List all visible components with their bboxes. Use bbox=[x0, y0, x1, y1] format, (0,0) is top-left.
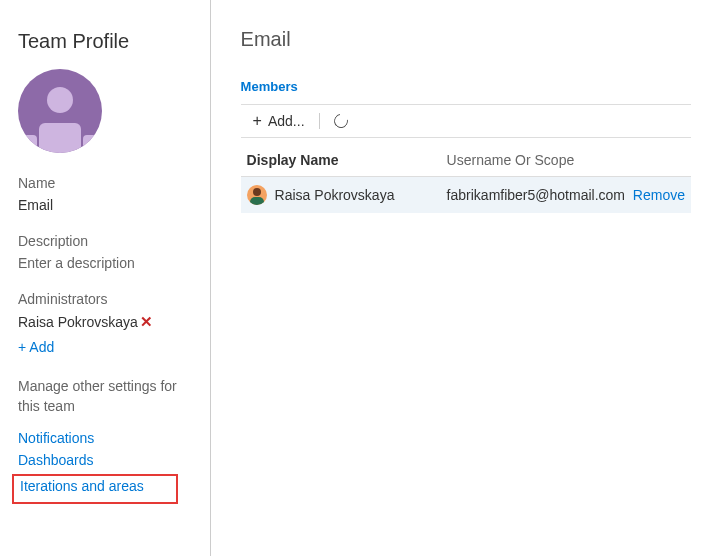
description-field[interactable]: Enter a description bbox=[18, 255, 192, 271]
table-header: Display Name Username Or Scope bbox=[241, 152, 691, 176]
add-member-button[interactable]: + Add... bbox=[249, 111, 309, 131]
table-row[interactable]: Raisa Pokrovskaya fabrikamfiber5@hotmail… bbox=[241, 176, 691, 213]
iterations-highlight: Iterations and areas bbox=[12, 474, 178, 504]
col-display-name[interactable]: Display Name bbox=[247, 152, 447, 168]
name-label: Name bbox=[18, 175, 192, 191]
main-panel: Email Members + Add... Display Name User… bbox=[211, 0, 701, 556]
refresh-button[interactable] bbox=[330, 112, 352, 130]
toolbar-separator bbox=[319, 113, 320, 129]
member-username: fabrikamfiber5@hotmail.com bbox=[447, 187, 625, 203]
members-tab[interactable]: Members bbox=[241, 79, 691, 94]
member-avatar-icon bbox=[247, 185, 267, 205]
refresh-icon bbox=[331, 111, 350, 130]
add-admin-link[interactable]: + Add bbox=[18, 339, 192, 355]
name-value[interactable]: Email bbox=[18, 197, 192, 213]
remove-member-link[interactable]: Remove bbox=[633, 187, 685, 203]
toolbar: + Add... bbox=[241, 104, 691, 138]
member-name: Raisa Pokrovskaya bbox=[275, 187, 447, 203]
admins-label: Administrators bbox=[18, 291, 192, 307]
admin-row: Raisa Pokrovskaya ✕ bbox=[18, 313, 192, 331]
admin-name: Raisa Pokrovskaya bbox=[18, 314, 138, 330]
sidebar: Team Profile Name Email Description Ente… bbox=[0, 0, 211, 556]
team-avatar[interactable] bbox=[18, 69, 102, 153]
description-label: Description bbox=[18, 233, 192, 249]
settings-links: Notifications Dashboards Iterations and … bbox=[18, 430, 192, 504]
col-username[interactable]: Username Or Scope bbox=[447, 152, 625, 168]
iterations-link[interactable]: Iterations and areas bbox=[20, 478, 144, 494]
col-actions bbox=[625, 152, 685, 168]
notifications-link[interactable]: Notifications bbox=[18, 430, 192, 446]
sidebar-title: Team Profile bbox=[18, 30, 192, 53]
settings-header: Manage other settings for this team bbox=[18, 377, 192, 416]
page-title: Email bbox=[241, 28, 691, 51]
dashboards-link[interactable]: Dashboards bbox=[18, 452, 192, 468]
plus-icon: + bbox=[253, 113, 262, 129]
add-label: Add... bbox=[268, 113, 305, 129]
remove-admin-icon[interactable]: ✕ bbox=[140, 313, 153, 331]
